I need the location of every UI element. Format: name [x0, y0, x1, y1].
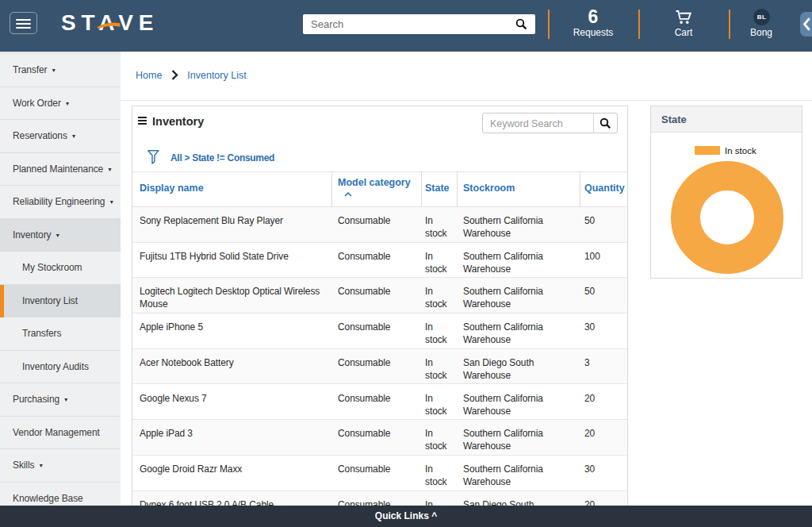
svg-text:STAVE: STAVE: [61, 10, 159, 35]
